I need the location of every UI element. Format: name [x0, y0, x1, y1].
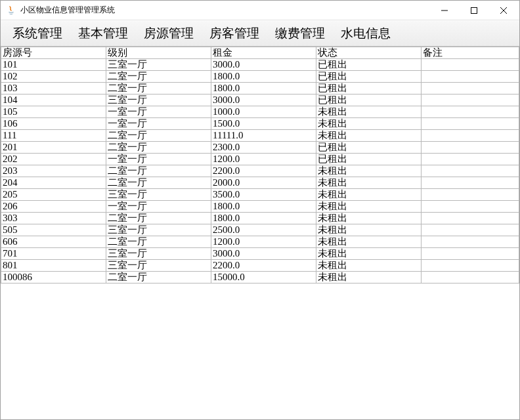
cell-level[interactable]: 二室一厅 [106, 236, 211, 248]
col-level[interactable]: 级别 [106, 47, 211, 59]
cell-note[interactable] [422, 130, 519, 142]
table-row[interactable]: 204二室一厅2000.0未租出 [1, 177, 519, 189]
cell-rent[interactable]: 3000.0 [211, 94, 316, 106]
cell-note[interactable] [422, 189, 519, 201]
table-scroll[interactable]: 房源号 级别 租金 状态 备注 101三室一厅3000.0已租出102二室一厅1… [1, 47, 519, 419]
menu-tenant[interactable]: 房客管理 [202, 22, 267, 45]
cell-rent[interactable]: 2000.0 [211, 177, 316, 189]
cell-level[interactable]: 一室一厅 [106, 154, 211, 165]
table-row[interactable]: 203二室一厅2200.0未租出 [1, 165, 519, 177]
cell-level[interactable]: 二室一厅 [106, 213, 211, 224]
cell-note[interactable] [422, 260, 519, 272]
cell-rent[interactable]: 3500.0 [211, 189, 316, 201]
cell-level[interactable]: 二室一厅 [106, 272, 211, 284]
table-row[interactable]: 101三室一厅3000.0已租出 [1, 59, 519, 71]
cell-id[interactable]: 202 [1, 154, 106, 165]
cell-id[interactable]: 206 [1, 201, 106, 213]
cell-id[interactable]: 801 [1, 260, 106, 272]
cell-rent[interactable]: 1800.0 [211, 213, 316, 224]
col-id[interactable]: 房源号 [1, 47, 106, 59]
table-row[interactable]: 201二室一厅2300.0已租出 [1, 142, 519, 154]
col-note[interactable]: 备注 [422, 47, 519, 59]
table-row[interactable]: 111二室一厅11111.0未租出 [1, 130, 519, 142]
cell-id[interactable]: 102 [1, 71, 106, 83]
cell-status[interactable]: 已租出 [316, 94, 422, 106]
cell-id[interactable]: 606 [1, 236, 106, 248]
table-row[interactable]: 206一室一厅1800.0未租出 [1, 201, 519, 213]
cell-status[interactable]: 已租出 [316, 59, 422, 71]
cell-id[interactable]: 101 [1, 59, 106, 71]
cell-rent[interactable]: 1200.0 [211, 154, 316, 165]
cell-id[interactable]: 111 [1, 130, 106, 142]
close-button[interactable] [488, 1, 518, 20]
cell-rent[interactable]: 1500.0 [211, 118, 316, 130]
table-row[interactable]: 104三室一厅3000.0已租出 [1, 94, 519, 106]
cell-id[interactable]: 203 [1, 165, 106, 177]
maximize-button[interactable] [459, 1, 488, 20]
col-status[interactable]: 状态 [316, 47, 422, 59]
cell-rent[interactable]: 1800.0 [211, 71, 316, 83]
cell-id[interactable]: 104 [1, 94, 106, 106]
table-row[interactable]: 105一室一厅1000.0未租出 [1, 106, 519, 118]
cell-rent[interactable]: 2200.0 [211, 165, 316, 177]
cell-status[interactable]: 未租出 [316, 177, 422, 189]
cell-level[interactable]: 三室一厅 [106, 224, 211, 236]
menu-utility[interactable]: 水电信息 [333, 22, 399, 45]
cell-id[interactable]: 701 [1, 248, 106, 260]
cell-status[interactable]: 未租出 [316, 118, 422, 130]
minimize-button[interactable] [429, 1, 459, 20]
table-row[interactable]: 202一室一厅1200.0已租出 [1, 154, 519, 165]
cell-rent[interactable]: 15000.0 [211, 272, 316, 284]
cell-note[interactable] [422, 154, 519, 165]
cell-level[interactable]: 二室一厅 [106, 71, 211, 83]
cell-id[interactable]: 505 [1, 224, 106, 236]
cell-level[interactable]: 一室一厅 [106, 118, 211, 130]
cell-status[interactable]: 未租出 [316, 213, 422, 224]
cell-rent[interactable]: 1800.0 [211, 201, 316, 213]
menu-payment[interactable]: 缴费管理 [267, 22, 333, 45]
table-row[interactable]: 205三室一厅3500.0未租出 [1, 189, 519, 201]
table-row[interactable]: 100086二室一厅15000.0未租出 [1, 272, 519, 284]
cell-level[interactable]: 二室一厅 [106, 177, 211, 189]
cell-id[interactable]: 204 [1, 177, 106, 189]
cell-rent[interactable]: 2200.0 [211, 260, 316, 272]
table-row[interactable]: 801三室一厅2200.0未租出 [1, 260, 519, 272]
cell-note[interactable] [422, 201, 519, 213]
cell-id[interactable]: 201 [1, 142, 106, 154]
cell-level[interactable]: 三室一厅 [106, 59, 211, 71]
cell-level[interactable]: 一室一厅 [106, 201, 211, 213]
cell-level[interactable]: 三室一厅 [106, 94, 211, 106]
cell-note[interactable] [422, 59, 519, 71]
cell-id[interactable]: 103 [1, 83, 106, 94]
cell-rent[interactable]: 11111.0 [211, 130, 316, 142]
cell-status[interactable]: 已租出 [316, 154, 422, 165]
cell-rent[interactable]: 2300.0 [211, 142, 316, 154]
cell-note[interactable] [422, 236, 519, 248]
cell-note[interactable] [422, 118, 519, 130]
cell-status[interactable]: 未租出 [316, 272, 422, 284]
cell-status[interactable]: 未租出 [316, 248, 422, 260]
cell-status[interactable]: 未租出 [316, 165, 422, 177]
col-rent[interactable]: 租金 [211, 47, 316, 59]
table-row[interactable]: 103二室一厅1800.0已租出 [1, 83, 519, 94]
cell-rent[interactable]: 1200.0 [211, 236, 316, 248]
cell-note[interactable] [422, 142, 519, 154]
cell-status[interactable]: 未租出 [316, 106, 422, 118]
cell-rent[interactable]: 3000.0 [211, 248, 316, 260]
cell-status[interactable]: 未租出 [316, 130, 422, 142]
cell-status[interactable]: 已租出 [316, 142, 422, 154]
cell-status[interactable]: 未租出 [316, 201, 422, 213]
cell-note[interactable] [422, 272, 519, 284]
cell-note[interactable] [422, 224, 519, 236]
cell-status[interactable]: 未租出 [316, 236, 422, 248]
table-row[interactable]: 106一室一厅1500.0未租出 [1, 118, 519, 130]
cell-status[interactable]: 已租出 [316, 71, 422, 83]
cell-note[interactable] [422, 177, 519, 189]
cell-id[interactable]: 105 [1, 106, 106, 118]
table-row[interactable]: 505三室一厅2500.0未租出 [1, 224, 519, 236]
menu-housing[interactable]: 房源管理 [136, 22, 202, 45]
cell-id[interactable]: 205 [1, 189, 106, 201]
cell-note[interactable] [422, 165, 519, 177]
cell-rent[interactable]: 1000.0 [211, 106, 316, 118]
cell-status[interactable]: 未租出 [316, 189, 422, 201]
